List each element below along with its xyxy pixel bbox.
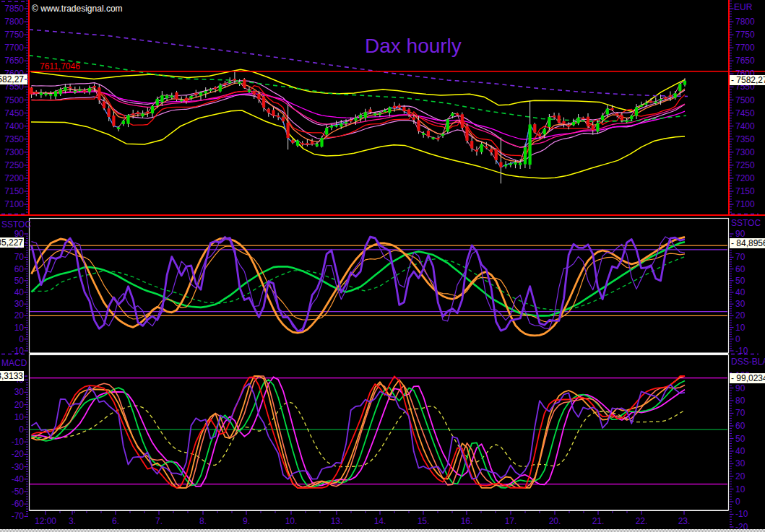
svg-text:7400: 7400 xyxy=(735,121,755,131)
svg-text:10: 10 xyxy=(735,323,745,333)
svg-text:0: 0 xyxy=(19,424,24,435)
svg-text:13.: 13. xyxy=(331,516,343,526)
svg-text:50: 50 xyxy=(735,276,745,286)
svg-text:40: 40 xyxy=(14,287,25,297)
svg-text:85,227: 85,227 xyxy=(0,237,23,248)
svg-text:7100: 7100 xyxy=(735,199,755,209)
svg-text:3,3133: 3,3133 xyxy=(0,371,23,381)
svg-text:17.: 17. xyxy=(505,516,517,526)
svg-text:7800: 7800 xyxy=(735,17,755,27)
svg-text:-10: -10 xyxy=(735,509,748,519)
svg-text:7700: 7700 xyxy=(735,43,755,53)
svg-text:7150: 7150 xyxy=(4,186,24,196)
svg-text:20: 20 xyxy=(14,400,25,410)
svg-text:7250: 7250 xyxy=(4,160,24,170)
svg-text:7150: 7150 xyxy=(735,186,755,196)
svg-text:60: 60 xyxy=(735,264,745,274)
svg-text:60: 60 xyxy=(14,264,25,274)
svg-text:- 84,8956: - 84,8956 xyxy=(731,238,765,248)
svg-text:-50: -50 xyxy=(12,487,25,497)
svg-text:14.: 14. xyxy=(374,516,386,526)
svg-text:7.: 7. xyxy=(155,516,163,526)
svg-text:9.: 9. xyxy=(243,516,250,526)
svg-text:21.: 21. xyxy=(592,516,605,526)
svg-text:0: 0 xyxy=(735,334,740,344)
svg-text:7350: 7350 xyxy=(4,134,24,144)
svg-text:7800: 7800 xyxy=(4,17,24,27)
svg-text:-60: -60 xyxy=(12,499,25,509)
svg-text:30: 30 xyxy=(14,299,25,309)
svg-text:20.: 20. xyxy=(549,516,561,526)
svg-text:23.: 23. xyxy=(678,516,691,526)
svg-text:-30: -30 xyxy=(12,462,25,472)
svg-text:70: 70 xyxy=(735,408,745,418)
svg-text:7500: 7500 xyxy=(735,95,755,105)
svg-text:7300: 7300 xyxy=(4,147,24,157)
svg-text:7250: 7250 xyxy=(735,160,755,170)
svg-text:7450: 7450 xyxy=(4,108,24,118)
svg-text:20: 20 xyxy=(735,310,745,320)
svg-text:582,27: 582,27 xyxy=(0,74,24,84)
svg-text:0: 0 xyxy=(735,497,740,507)
svg-text:7450: 7450 xyxy=(735,108,755,118)
svg-text:90: 90 xyxy=(735,383,745,393)
svg-text:7200: 7200 xyxy=(735,173,755,183)
svg-text:22.: 22. xyxy=(636,516,648,526)
svg-text:7200: 7200 xyxy=(4,173,24,183)
svg-text:7850: 7850 xyxy=(4,4,24,14)
svg-text:10.: 10. xyxy=(285,516,298,526)
svg-text:- 7582,27: - 7582,27 xyxy=(731,75,765,85)
svg-text:3.: 3. xyxy=(69,516,76,526)
svg-text:SSTOC: SSTOC xyxy=(1,219,31,230)
svg-text:70: 70 xyxy=(14,252,25,262)
svg-text:7100: 7100 xyxy=(4,199,24,209)
svg-text:6.: 6. xyxy=(112,516,119,526)
svg-text:0: 0 xyxy=(19,334,24,344)
svg-text:90: 90 xyxy=(735,229,745,239)
svg-text:EUR: EUR xyxy=(734,2,753,12)
svg-text:10: 10 xyxy=(14,412,25,422)
svg-text:60: 60 xyxy=(735,421,745,431)
svg-text:40: 40 xyxy=(735,287,745,297)
svg-text:MACD: MACD xyxy=(1,358,27,368)
svg-text:15.: 15. xyxy=(418,516,430,526)
svg-text:30: 30 xyxy=(14,387,25,397)
svg-text:-10: -10 xyxy=(12,437,25,447)
svg-text:-70: -70 xyxy=(12,511,25,521)
svg-text:SSTOC: SSTOC xyxy=(731,218,761,228)
svg-text:7650: 7650 xyxy=(735,56,755,66)
svg-text:7700: 7700 xyxy=(4,43,24,53)
svg-text:- 99,0234: - 99,0234 xyxy=(731,373,765,383)
svg-text:10: 10 xyxy=(735,484,745,494)
svg-text:7500: 7500 xyxy=(4,95,24,105)
svg-text:40: 40 xyxy=(735,446,745,456)
svg-text:12:00: 12:00 xyxy=(35,516,56,526)
svg-text:20: 20 xyxy=(735,471,745,481)
svg-text:Dax hourly: Dax hourly xyxy=(365,35,462,57)
svg-text:8.: 8. xyxy=(199,516,207,526)
svg-text:-20: -20 xyxy=(12,449,25,459)
svg-text:-40: -40 xyxy=(12,474,25,484)
svg-text:DSS-BLA: DSS-BLA xyxy=(731,357,765,367)
svg-text:30: 30 xyxy=(735,458,745,468)
svg-text:7300: 7300 xyxy=(735,147,755,157)
svg-text:30: 30 xyxy=(735,299,745,309)
svg-text:16.: 16. xyxy=(461,516,473,526)
svg-text:7400: 7400 xyxy=(4,121,24,131)
svg-text:10: 10 xyxy=(14,323,25,333)
svg-text:7350: 7350 xyxy=(735,134,755,144)
svg-text:7611,7046: 7611,7046 xyxy=(40,61,80,71)
svg-text:50: 50 xyxy=(14,276,25,286)
svg-text:© www.tradesignal.com: © www.tradesignal.com xyxy=(32,4,123,14)
svg-text:80: 80 xyxy=(735,396,745,406)
svg-text:7750: 7750 xyxy=(4,30,24,40)
svg-text:20: 20 xyxy=(14,310,25,320)
svg-text:7650: 7650 xyxy=(4,56,24,66)
svg-text:7750: 7750 xyxy=(735,30,755,40)
svg-text:50: 50 xyxy=(735,434,745,444)
svg-text:70: 70 xyxy=(735,252,745,262)
